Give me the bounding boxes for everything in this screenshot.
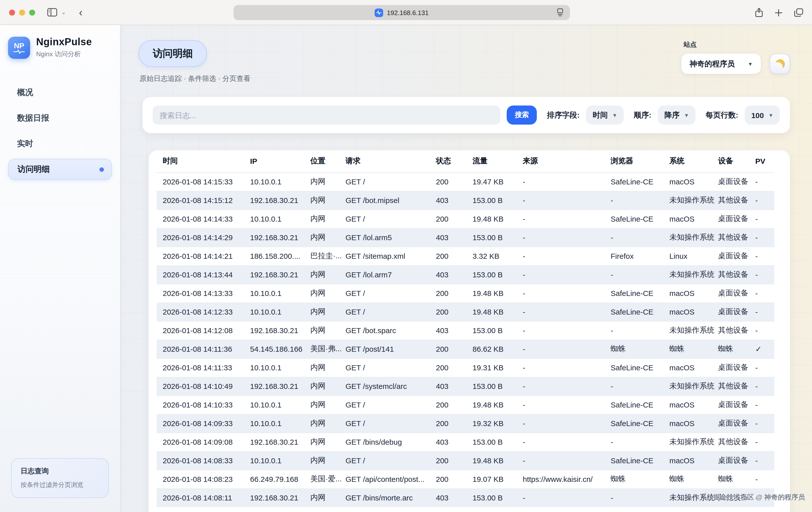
cell-request: GET /sitemap.xml <box>342 247 432 265</box>
cell-pv: - <box>751 451 774 470</box>
cell-time: 2026-01-08 14:13:33 <box>157 284 246 302</box>
cell-status: 403 <box>432 488 468 507</box>
browser-toolbar-right <box>755 0 804 25</box>
table-row: 2026-01-08 14:15:12 192.168.30.21 内网 GET… <box>157 191 774 210</box>
sidebar-nav: 概况 数据日报 实时 访问明细 <box>8 82 112 180</box>
cell-request: GET /post/141 <box>342 340 432 358</box>
cell-location: 内网 <box>306 265 342 284</box>
new-tab-icon[interactable] <box>774 8 783 17</box>
caret-down-icon: ▼ <box>612 112 617 118</box>
cell-location: 内网 <box>306 377 342 396</box>
cell-ip: 10.10.0.1 <box>246 210 306 228</box>
cell-time: 2026-01-08 14:14:21 <box>157 247 246 265</box>
table-row: 2026-01-08 14:10:49 192.168.30.21 内网 GET… <box>157 377 774 396</box>
cell-system: 未知操作系统 <box>665 377 714 396</box>
table-row: 2026-01-08 14:14:29 192.168.30.21 内网 GET… <box>157 228 774 247</box>
site-select-value: 神奇的程序员 <box>690 59 735 69</box>
cell-ip: 10.10.0.1 <box>246 358 306 377</box>
cell-traffic: 86.62 KB <box>468 340 519 358</box>
table-row: 2026-01-08 14:12:33 10.10.0.1 内网 GET / 2… <box>157 302 774 321</box>
sidebar-item-realtime[interactable]: 实时 <box>8 133 112 154</box>
cell-system: 未知操作系统 <box>665 433 714 451</box>
cell-pv: - <box>751 321 774 340</box>
column-header: 系统 <box>665 150 714 172</box>
cell-ip: 10.10.0.1 <box>246 172 306 191</box>
cell-system: 未知操作系统 <box>665 488 714 507</box>
page-size-select[interactable]: 100 ▼ <box>745 106 780 125</box>
cell-browser: - <box>607 228 665 247</box>
table-row: 2026-01-08 14:12:08 192.168.30.21 内网 GET… <box>157 321 774 340</box>
cell-pv: - <box>751 433 774 451</box>
minimize-window-button[interactable] <box>19 9 25 15</box>
log-table-body: 2026-01-08 14:15:33 10.10.0.1 内网 GET / 2… <box>157 172 774 507</box>
cell-system: 未知操作系统 <box>665 321 714 340</box>
site-select[interactable]: 神奇的程序员 ▼ <box>682 54 761 74</box>
sidebar-item-access-detail[interactable]: 访问明细 <box>8 159 112 180</box>
cell-ip: 10.10.0.1 <box>246 451 306 470</box>
cell-browser: - <box>607 191 665 210</box>
table-row: 2026-01-08 14:10:33 10.10.0.1 内网 GET / 2… <box>157 396 774 414</box>
cell-system: macOS <box>665 172 714 191</box>
column-header: 位置 <box>306 150 342 172</box>
tab-overview-icon[interactable] <box>794 8 804 17</box>
chevron-down-icon[interactable]: ⌄ <box>61 9 66 16</box>
cell-status: 200 <box>432 172 468 191</box>
table-row: 2026-01-08 14:14:33 10.10.0.1 内网 GET / 2… <box>157 210 774 228</box>
search-input[interactable] <box>153 106 500 125</box>
cell-system: Linux <box>665 247 714 265</box>
cell-time: 2026-01-08 14:13:44 <box>157 265 246 284</box>
page-size-value: 100 <box>751 111 764 119</box>
cell-device: 其他设备 <box>714 377 751 396</box>
cell-traffic: 153.00 B <box>468 228 519 247</box>
column-header: 流量 <box>468 150 519 172</box>
sidebar-item-daily-report[interactable]: 数据日报 <box>8 108 112 129</box>
sort-field-value: 时间 <box>593 110 608 120</box>
cell-browser: - <box>607 433 665 451</box>
search-button[interactable]: 搜索 <box>507 106 537 125</box>
cell-pv: - <box>751 470 774 488</box>
zoom-window-button[interactable] <box>29 9 35 15</box>
cell-location: 内网 <box>306 414 342 433</box>
table-row: 2026-01-08 14:11:33 10.10.0.1 内网 GET / 2… <box>157 358 774 377</box>
order-value: 降序 <box>664 110 679 120</box>
sidebar-item-overview[interactable]: 概况 <box>8 82 112 103</box>
cell-request: GET /systemcl/arc <box>342 377 432 396</box>
cell-source: - <box>519 414 607 433</box>
access-log-table: 时间IP位置请求状态流量来源浏览器系统设备PV 2026-01-08 14:15… <box>157 150 774 507</box>
table-row: 2026-01-08 14:14:21 186.158.200.... 巴拉圭·… <box>157 247 774 265</box>
caret-down-icon: ▼ <box>768 112 773 118</box>
cell-request: GET / <box>342 396 432 414</box>
cell-location: 美国·弗... <box>306 340 342 358</box>
cell-request: GET / <box>342 414 432 433</box>
cell-source: - <box>519 210 607 228</box>
cell-traffic: 19.31 KB <box>468 358 519 377</box>
close-window-button[interactable] <box>9 9 15 15</box>
log-query-subtitle: 按条件过滤并分页浏览 <box>21 481 99 489</box>
cell-device: 桌面设备 <box>714 210 751 228</box>
cell-ip: 192.168.30.21 <box>246 321 306 340</box>
site-favicon-icon <box>375 8 383 17</box>
reader-mode-icon[interactable] <box>556 8 564 19</box>
cell-location: 巴拉圭·... <box>306 247 342 265</box>
order-select[interactable]: 降序 ▼ <box>658 106 696 125</box>
cell-status: 200 <box>432 247 468 265</box>
cell-browser: - <box>607 265 665 284</box>
sort-field-select[interactable]: 时间 ▼ <box>586 106 624 125</box>
column-header: 来源 <box>519 150 607 172</box>
address-bar[interactable]: 192.168.6.131 <box>233 5 570 20</box>
cell-time: 2026-01-08 14:09:08 <box>157 433 246 451</box>
cell-pv: - <box>751 302 774 321</box>
table-row: 2026-01-08 14:09:33 10.10.0.1 内网 GET / 2… <box>157 414 774 433</box>
cell-request: GET / <box>342 451 432 470</box>
cell-request: GET / <box>342 172 432 191</box>
cell-location: 内网 <box>306 191 342 210</box>
share-icon[interactable] <box>755 7 763 18</box>
cell-ip: 192.168.30.21 <box>246 377 306 396</box>
theme-toggle-button[interactable] <box>770 54 790 74</box>
cell-device: 桌面设备 <box>714 451 751 470</box>
cell-system: macOS <box>665 302 714 321</box>
cell-source: - <box>519 396 607 414</box>
cell-time: 2026-01-08 14:10:33 <box>157 396 246 414</box>
back-icon[interactable]: ‹ <box>79 7 82 18</box>
sidebar-toggle-icon[interactable] <box>47 8 57 17</box>
